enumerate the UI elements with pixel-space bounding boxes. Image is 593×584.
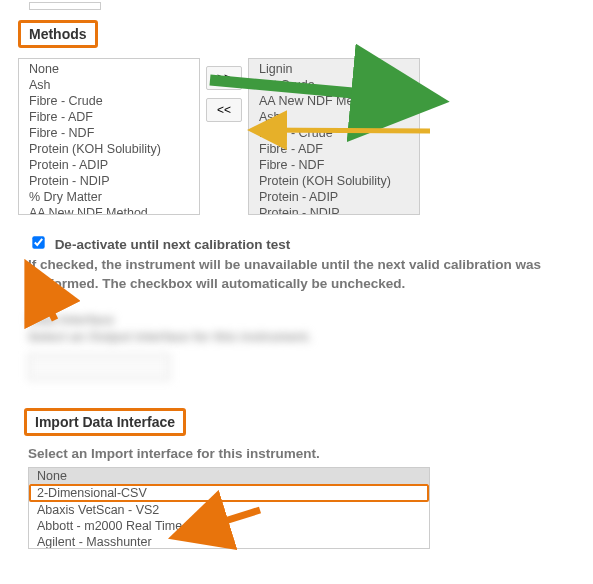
available-method-option[interactable]: None — [19, 61, 199, 77]
available-method-option[interactable]: Fibre - NDF — [19, 125, 199, 141]
cropped-field-fragment — [29, 2, 101, 10]
import-help-text: Select an Import interface for this inst… — [28, 446, 583, 461]
available-method-option[interactable]: AA New NDF Method — [19, 205, 199, 215]
blurred-line: Select an Output interface for this inst… — [28, 329, 583, 344]
selected-method-option[interactable]: Fibre - ADF — [249, 141, 419, 157]
selected-method-option[interactable]: Fibre - Crude — [249, 125, 419, 141]
selected-method-option[interactable]: Protein (KOH Solubility) — [249, 173, 419, 189]
available-method-option[interactable]: Protein - NDIP — [19, 173, 199, 189]
deactivate-row: De-activate until next calibration test — [28, 233, 583, 252]
deactivate-checkbox[interactable] — [32, 236, 44, 248]
methods-dual-listbox: NoneAshFibre - CrudeFibre - ADFFibre - N… — [18, 58, 583, 215]
selected-method-option[interactable]: AA New NDF Method — [249, 93, 419, 109]
blurred-section: Data Interface Select an Output interfac… — [28, 312, 583, 344]
deactivate-label: De-activate until next calibration test — [55, 237, 291, 252]
import-interface-listbox[interactable]: None2-Dimensional-CSVAbaxis VetScan - VS… — [28, 467, 430, 549]
selected-method-option[interactable]: Fibre - NDF — [249, 157, 419, 173]
methods-section-label: Methods — [18, 20, 98, 48]
transfer-buttons-column: >> << — [206, 58, 242, 215]
selected-method-option[interactable]: Lignin — [249, 61, 419, 77]
import-interface-option[interactable]: 2-Dimensional-CSV — [29, 484, 429, 502]
selected-methods-listbox[interactable]: LigninFat CrudeAA New NDF MethodAshFibre… — [248, 58, 420, 215]
selected-method-option[interactable]: Ash — [249, 109, 419, 125]
blurred-heading: Data Interface — [28, 312, 583, 327]
import-interface-option[interactable]: Abbott - m2000 Real Time — [29, 518, 429, 534]
available-method-option[interactable]: Protein - ADIP — [19, 157, 199, 173]
available-method-option[interactable]: Protein (KOH Solubility) — [19, 141, 199, 157]
import-section-label: Import Data Interface — [24, 408, 186, 436]
selected-method-option[interactable]: Fat Crude — [249, 77, 419, 93]
available-methods-listbox[interactable]: NoneAshFibre - CrudeFibre - ADFFibre - N… — [18, 58, 200, 215]
available-method-option[interactable]: Ash — [19, 77, 199, 93]
available-method-option[interactable]: Fibre - ADF — [19, 109, 199, 125]
deactivate-help-text: If checked, the instrument will be unava… — [28, 256, 583, 294]
import-interface-option[interactable]: Abaxis VetScan - VS2 — [29, 502, 429, 518]
remove-method-button[interactable]: << — [206, 98, 242, 122]
selected-method-option[interactable]: Protein - ADIP — [249, 189, 419, 205]
blurred-select — [28, 354, 170, 380]
add-method-button[interactable]: >> — [206, 66, 242, 90]
available-method-option[interactable]: % Dry Matter — [19, 189, 199, 205]
available-method-option[interactable]: Fibre - Crude — [19, 93, 199, 109]
import-interface-option[interactable]: Agilent - Masshunter — [29, 534, 429, 549]
import-interface-option[interactable]: None — [29, 468, 429, 484]
selected-method-option[interactable]: Protein - NDIP — [249, 205, 419, 215]
